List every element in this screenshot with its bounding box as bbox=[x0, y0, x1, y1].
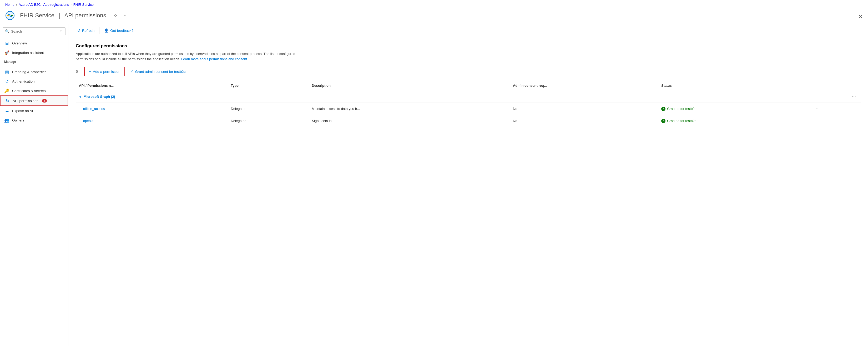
sidebar-item-label: Certificates & secrets bbox=[12, 89, 46, 93]
branding-icon: ▦ bbox=[4, 69, 9, 74]
table-group-microsoft-graph: ∨ Microsoft Graph (2) ··· bbox=[76, 90, 861, 103]
permissions-table: API / Permissions n... Type Description … bbox=[76, 82, 861, 127]
table-row: offline_access Delegated Maintain access… bbox=[76, 103, 861, 115]
search-icon: 🔍 bbox=[5, 29, 9, 33]
sidebar-item-expose-api[interactable]: ☁ Expose an API bbox=[0, 106, 68, 116]
auth-icon: ↺ bbox=[4, 78, 9, 84]
sidebar-item-label: Integration assistant bbox=[12, 51, 44, 55]
perm-admin-consent: No bbox=[510, 115, 658, 127]
sidebar-item-branding[interactable]: ▦ Branding & properties bbox=[0, 67, 68, 76]
permission-link-openid[interactable]: openid bbox=[83, 119, 93, 123]
sidebar-item-label: Overview bbox=[12, 41, 27, 45]
col-type: Type bbox=[227, 82, 309, 90]
sidebar-item-label: Expose an API bbox=[12, 109, 35, 113]
add-permission-button[interactable]: + Add a permission bbox=[84, 67, 125, 76]
sidebar-item-label: API permissions bbox=[12, 99, 38, 103]
perm-status: ✓ Granted for testb2c bbox=[661, 107, 808, 111]
svg-point-2 bbox=[11, 15, 13, 16]
col-status: Status bbox=[658, 82, 811, 90]
expose-icon: ☁ bbox=[4, 108, 9, 113]
grant-consent-button[interactable]: ✓ Grant admin consent for testb2c bbox=[130, 69, 185, 74]
breadcrumb-app-reg[interactable]: Azure AD B2C | App registrations bbox=[19, 3, 69, 7]
permission-link-offline-access[interactable]: offline_access bbox=[83, 107, 105, 111]
header-actions: ⊹ ··· bbox=[112, 11, 129, 20]
collapse-group-icon[interactable]: ∨ bbox=[79, 95, 82, 99]
api-permissions-badge: 5 bbox=[42, 99, 47, 102]
refresh-button[interactable]: ↺ Refresh bbox=[75, 27, 97, 34]
plus-icon: + bbox=[89, 69, 91, 74]
granted-icon: ✓ bbox=[661, 119, 665, 123]
breadcrumb: Home › Azure AD B2C | App registrations … bbox=[0, 0, 868, 9]
feedback-button[interactable]: 👤 Got feedback? bbox=[101, 27, 136, 34]
sidebar-item-label: Authentication bbox=[12, 80, 35, 83]
group-more-button[interactable]: ··· bbox=[850, 93, 858, 100]
perm-description: Maintain access to data you h... bbox=[309, 103, 510, 115]
perm-type: Delegated bbox=[227, 115, 309, 127]
refresh-icon: ↺ bbox=[77, 28, 81, 33]
granted-icon: ✓ bbox=[661, 107, 665, 111]
svg-point-1 bbox=[7, 15, 9, 16]
feedback-icon: 👤 bbox=[104, 28, 108, 33]
search-input[interactable] bbox=[11, 29, 57, 33]
action-row: 6 + Add a permission ✓ Grant admin conse… bbox=[76, 67, 861, 76]
row-number: 6 bbox=[76, 69, 78, 74]
col-description: Description bbox=[309, 82, 510, 90]
check-icon: ✓ bbox=[130, 69, 133, 74]
page-title: FHIR Service|API permissions bbox=[18, 12, 108, 19]
search-box[interactable]: 🔍 « bbox=[3, 27, 65, 35]
more-options-button[interactable]: ··· bbox=[123, 12, 129, 20]
sidebar-item-label: Owners bbox=[12, 118, 25, 122]
perm-admin-consent: No bbox=[510, 103, 658, 115]
breadcrumb-fhir[interactable]: FHIR Service bbox=[73, 3, 94, 7]
perm-type: Delegated bbox=[227, 103, 309, 115]
content-area: ↺ Refresh 👤 Got feedback? Configured per… bbox=[68, 24, 868, 346]
section-title: Configured permissions bbox=[76, 43, 861, 49]
cert-icon: 🔑 bbox=[4, 88, 9, 93]
sidebar: 🔍 « ⊞ Overview 🚀 Integration assistant M… bbox=[0, 24, 68, 346]
api-icon: ↻ bbox=[5, 98, 10, 103]
grid-icon: ⊞ bbox=[4, 40, 9, 46]
content-body: Configured permissions Applications are … bbox=[68, 37, 868, 133]
sidebar-item-certificates[interactable]: 🔑 Certificates & secrets bbox=[0, 86, 68, 95]
sidebar-item-owners[interactable]: 👥 Owners bbox=[0, 116, 68, 125]
learn-more-link[interactable]: Learn more about permissions and consent bbox=[181, 57, 247, 61]
page-header: FHIR Service|API permissions ⊹ ··· ✕ bbox=[0, 9, 868, 24]
sidebar-item-api-permissions[interactable]: ↻ API permissions 5 bbox=[0, 95, 68, 106]
col-api: API / Permissions n... bbox=[76, 82, 227, 90]
rocket-icon: 🚀 bbox=[4, 50, 9, 55]
fhir-service-icon bbox=[5, 11, 15, 20]
toolbar-separator bbox=[99, 27, 99, 34]
pin-button[interactable]: ⊹ bbox=[112, 11, 118, 20]
perm-status: ✓ Granted for testb2c bbox=[661, 119, 808, 123]
table-row: openid Delegated Sign users in No ✓ Gran… bbox=[76, 115, 861, 127]
owners-icon: 👥 bbox=[4, 118, 9, 123]
sidebar-item-authentication[interactable]: ↺ Authentication bbox=[0, 76, 68, 86]
group-name-link[interactable]: Microsoft Graph (2) bbox=[84, 95, 115, 99]
row-more-button[interactable]: ··· bbox=[814, 105, 821, 112]
col-actions bbox=[811, 82, 861, 90]
sidebar-item-integration[interactable]: 🚀 Integration assistant bbox=[0, 48, 68, 57]
section-desc: Applications are authorized to call APIs… bbox=[76, 51, 312, 62]
manage-section-label: Manage bbox=[0, 57, 68, 65]
col-admin-consent: Admin consent req... bbox=[510, 82, 658, 90]
sidebar-item-overview[interactable]: ⊞ Overview bbox=[0, 38, 68, 48]
perm-description: Sign users in bbox=[309, 115, 510, 127]
main-layout: 🔍 « ⊞ Overview 🚀 Integration assistant M… bbox=[0, 24, 868, 346]
close-button[interactable]: ✕ bbox=[858, 13, 863, 20]
toolbar: ↺ Refresh 👤 Got feedback? bbox=[68, 24, 868, 37]
collapse-button[interactable]: « bbox=[59, 29, 63, 34]
breadcrumb-home[interactable]: Home bbox=[5, 3, 14, 7]
sidebar-item-label: Branding & properties bbox=[12, 70, 46, 74]
row-more-button[interactable]: ··· bbox=[814, 118, 821, 124]
